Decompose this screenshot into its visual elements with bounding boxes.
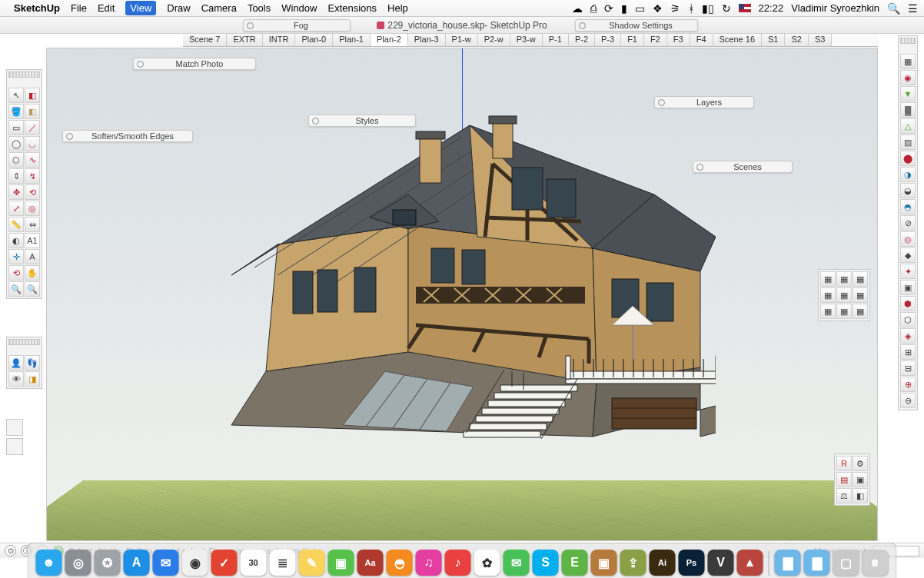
pin-icon[interactable]: [658, 99, 665, 106]
dock-app-vray[interactable]: V: [708, 550, 734, 576]
palette-components[interactable]: ▦▦▦ ▦▦▦ ▦▦▦: [818, 269, 870, 321]
dock-app-facetime[interactable]: ▣: [328, 550, 354, 576]
scene-tab[interactable]: Plan-0: [295, 34, 333, 46]
menu-camera[interactable]: Camera: [201, 2, 237, 14]
dock-app-skype[interactable]: S: [533, 550, 559, 576]
dock-app-ibooks[interactable]: ◓: [387, 550, 413, 576]
palette-item[interactable]: ▦: [836, 271, 852, 287]
vray-balance[interactable]: ⚖: [836, 488, 852, 503]
menu-edit[interactable]: Edit: [98, 2, 115, 14]
extension-tool-4[interactable]: ⬢: [900, 296, 916, 311]
solid-union[interactable]: ⬤: [900, 151, 916, 166]
menu-window[interactable]: Window: [281, 2, 317, 14]
freehand-tool[interactable]: ∿: [25, 152, 40, 168]
polygon-tool[interactable]: ⬡: [8, 152, 24, 168]
extension-tool-2[interactable]: ✦: [900, 264, 916, 279]
dock-app-box[interactable]: ▢: [833, 550, 859, 576]
sandbox-from-contours[interactable]: ▦: [900, 54, 916, 69]
print-icon[interactable]: ⎙: [590, 2, 597, 15]
palette-item[interactable]: ▦: [853, 304, 868, 319]
dock-app-folder1[interactable]: ▇: [775, 550, 801, 576]
circle-tool[interactable]: ◯: [8, 136, 24, 151]
dock-app-messages[interactable]: ✉: [504, 550, 530, 576]
bookmark-icon[interactable]: ▮: [621, 2, 627, 15]
match-photo-panel-header[interactable]: Match Photo: [133, 58, 256, 70]
look-around-tool[interactable]: 👁: [8, 371, 24, 387]
vray-options[interactable]: ⚙: [853, 456, 868, 471]
dock-app-finder[interactable]: ☻: [36, 550, 62, 576]
menu-file[interactable]: File: [71, 2, 87, 14]
icloud-icon[interactable]: ☁: [572, 2, 583, 15]
toolbar-stub-left-2[interactable]: [6, 438, 23, 455]
extension-tool-9[interactable]: ⊕: [900, 377, 916, 392]
extension-tool-1[interactable]: ◆: [900, 247, 916, 263]
paint-bucket-tool[interactable]: 🪣: [8, 104, 24, 119]
scene-tab[interactable]: P-3: [595, 34, 621, 46]
scene-tab[interactable]: F4: [690, 34, 713, 46]
solid-trim[interactable]: ◓: [900, 199, 916, 214]
scene-tab[interactable]: Plan-3: [408, 34, 446, 46]
fog-panel-header[interactable]: Fog: [243, 19, 351, 32]
dock-app-sketchup[interactable]: ▲: [737, 550, 763, 576]
dock-app-itunes[interactable]: ♫: [416, 550, 442, 576]
dock-app-illustrator[interactable]: Ai: [650, 550, 676, 576]
soften-edges-panel-header[interactable]: Soften/Smooth Edges: [62, 130, 193, 142]
zoom-tool[interactable]: 🔍: [8, 281, 24, 297]
dock-app-photoshop[interactable]: Ps: [679, 550, 705, 576]
scene-tab[interactable]: F3: [667, 34, 690, 46]
geo-location-icon[interactable]: ⊙: [5, 545, 16, 556]
palette-item[interactable]: ▦: [836, 287, 852, 303]
palette-item[interactable]: ▦: [853, 287, 868, 303]
position-camera-tool[interactable]: 👤: [8, 355, 24, 370]
dock-app-music[interactable]: ♪: [445, 550, 471, 576]
line-tool[interactable]: ／: [25, 120, 40, 135]
app-menu[interactable]: SketchUp: [14, 2, 60, 14]
scene-tab[interactable]: Plan-2: [371, 34, 408, 46]
spotlight-icon[interactable]: 🔍: [887, 2, 900, 15]
scene-tab[interactable]: P-1: [543, 34, 569, 46]
arc-tool[interactable]: ◡: [25, 136, 40, 151]
styles-panel-header[interactable]: Styles: [308, 115, 416, 127]
protractor-tool[interactable]: ◐: [8, 233, 24, 248]
dock-app-mail[interactable]: ✉: [153, 550, 179, 576]
pin-icon[interactable]: [312, 118, 319, 125]
orbit-tool[interactable]: ⟲: [8, 265, 24, 281]
scene-tab[interactable]: P-2: [569, 34, 595, 46]
scene-tab[interactable]: EXTR: [227, 34, 262, 46]
notification-center-icon[interactable]: ☰: [908, 2, 918, 15]
zoom-extents-tool[interactable]: 🔍: [25, 281, 40, 297]
palette-item[interactable]: ▦: [853, 271, 868, 287]
wifi-icon[interactable]: ⚞: [670, 2, 680, 15]
palette-item[interactable]: ▦: [820, 287, 836, 303]
select-tool[interactable]: ↖: [8, 88, 24, 103]
menu-help[interactable]: Help: [387, 2, 408, 14]
dock-app-evernote[interactable]: E: [562, 550, 588, 576]
push-pull-tool[interactable]: ⇕: [8, 168, 24, 184]
vray-materials[interactable]: ▤: [836, 472, 852, 487]
shadow-settings-panel-header[interactable]: Shadow Settings: [575, 19, 698, 32]
toolbar-stub-left-1[interactable]: [6, 419, 23, 436]
outer-shell[interactable]: ◎: [900, 231, 916, 247]
scene-tab[interactable]: S2: [785, 34, 808, 46]
scene-tab[interactable]: Plan-1: [333, 34, 371, 46]
menu-view[interactable]: View: [125, 1, 156, 15]
palette-vray[interactable]: R⚙ ▤▣ ⚖◧: [834, 453, 870, 506]
scene-tab[interactable]: P1-w: [446, 34, 478, 46]
scene-tab[interactable]: S3: [809, 34, 832, 46]
sync-icon[interactable]: ⟳: [604, 2, 613, 15]
scenes-panel-header[interactable]: Scenes: [693, 161, 793, 173]
dock-app-folder2[interactable]: ▇: [804, 550, 830, 576]
move-tool[interactable]: ✥: [8, 184, 24, 200]
dropbox-icon[interactable]: ❖: [653, 2, 663, 15]
scene-tab[interactable]: F2: [644, 34, 667, 46]
dock-app-calendar[interactable]: 30: [241, 550, 267, 576]
sandbox-flip-edge[interactable]: ▨: [900, 135, 916, 150]
pin-icon[interactable]: [247, 22, 254, 29]
extension-tool-8[interactable]: ⊟: [900, 360, 916, 376]
scene-tab[interactable]: Scene 16: [713, 34, 762, 46]
walk-tool[interactable]: 👣: [25, 355, 40, 370]
sandbox-smoove[interactable]: ◉: [900, 70, 916, 85]
model-viewport[interactable]: Match Photo Soften/Smooth Edges Styles L…: [46, 48, 878, 541]
vray-misc[interactable]: ◧: [853, 488, 868, 503]
sandbox-drape[interactable]: ▓: [900, 102, 916, 118]
